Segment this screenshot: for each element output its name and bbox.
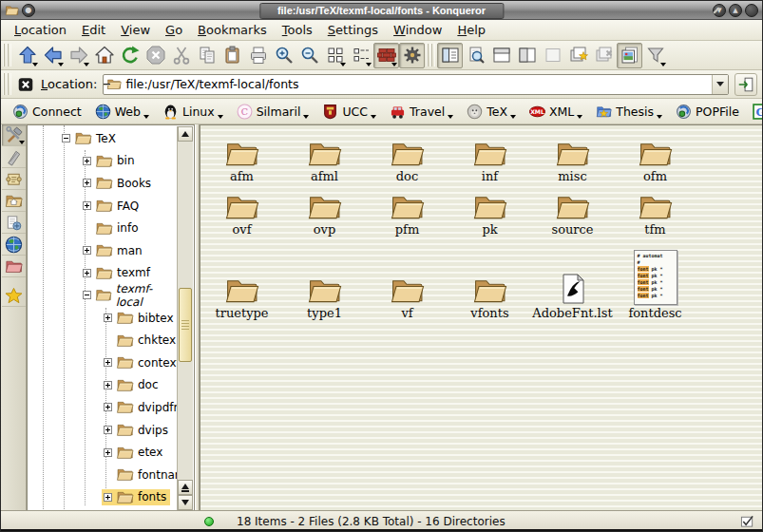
folder-truetype[interactable]: truetype: [200, 237, 283, 320]
tree-item-dvipdfm[interactable]: dvipdfm: [28, 396, 179, 419]
bookmark-silmaril[interactable]: CSilmaril: [237, 104, 310, 120]
back-button[interactable]: [40, 43, 66, 68]
bookmark-google[interactable]: GGoogle: [753, 104, 763, 120]
sidebar-button-network[interactable]: [2, 234, 26, 256]
tree-expander-plus-icon[interactable]: [83, 246, 91, 255]
menu-bookmarks[interactable]: Bookmarks: [190, 21, 275, 39]
tree-item-fonts[interactable]: fonts: [28, 486, 179, 509]
sidebar-button-bookmarks-quill[interactable]: [2, 146, 26, 168]
tree-item-dvips[interactable]: dvips: [28, 419, 179, 442]
bookmark-travel[interactable]: Travel: [390, 104, 453, 120]
clear-location-button[interactable]: [16, 75, 35, 94]
image-preview-button[interactable]: [617, 43, 642, 68]
tree-item-info[interactable]: info: [28, 217, 179, 239]
folder-tfm[interactable]: tfm: [614, 183, 696, 237]
stop-button[interactable]: [143, 43, 168, 68]
detail-view-button[interactable]: [348, 43, 373, 68]
tree-item-bin[interactable]: bin: [28, 150, 179, 173]
zoom-out-button[interactable]: [296, 43, 322, 68]
bookmark-thesis[interactable]: Thesis: [596, 104, 662, 120]
up-button[interactable]: [14, 43, 40, 68]
tree-expander-plus-icon[interactable]: [83, 157, 91, 165]
folder-pfm[interactable]: pfm: [366, 183, 448, 237]
tree-expander-minus-icon[interactable]: [83, 291, 91, 299]
bookmark-ucc[interactable]: UCC: [322, 104, 376, 120]
menu-view[interactable]: View: [113, 21, 158, 39]
folder-afml[interactable]: afml: [283, 130, 366, 183]
copy-button[interactable]: [194, 43, 219, 68]
folder-inf[interactable]: inf: [448, 130, 531, 183]
maximize-button[interactable]: ▲: [729, 4, 742, 17]
remove-view-button[interactable]: [540, 43, 565, 68]
folder-vfonts[interactable]: vfonts: [448, 237, 531, 320]
tree-expander-plus-icon[interactable]: [104, 493, 112, 502]
menu-go[interactable]: Go: [158, 21, 190, 39]
tree-item-chktex[interactable]: chktex: [28, 329, 179, 352]
new-tab-button[interactable]: [565, 43, 591, 68]
navigation-panel-button[interactable]: [437, 43, 463, 68]
tree-expander-plus-icon[interactable]: [104, 314, 112, 322]
menu-help[interactable]: Help: [449, 21, 493, 39]
folder-afm[interactable]: afm: [200, 130, 283, 183]
location-combobox[interactable]: file:/usr/TeX/texmf-local/fonts: [103, 74, 729, 95]
tree-item-man[interactable]: man: [28, 239, 179, 262]
tree-expander-plus-icon[interactable]: [83, 269, 91, 277]
bookmark-web[interactable]: Web: [95, 104, 149, 120]
filter-button[interactable]: [642, 43, 668, 68]
tree-item-context[interactable]: context: [28, 352, 179, 374]
paste-button[interactable]: [219, 43, 245, 68]
scroll-down-button[interactable]: [178, 495, 193, 510]
file-AdobeFnt.lst[interactable]: AdobeFnt.lst: [531, 237, 614, 320]
tree-item-texmf-local[interactable]: texmf-local: [28, 284, 179, 307]
tree-expander-plus-icon[interactable]: [104, 358, 112, 367]
file-fontdesc[interactable]: # automat#font pk *font pk *font pk *fon…: [614, 237, 696, 320]
icon-view-button[interactable]: [322, 43, 348, 68]
tree-item-Books[interactable]: Books: [28, 172, 179, 195]
icon-view[interactable]: afmafmldocinfmiscofmovfovppfmpksourcetfm…: [200, 124, 762, 512]
folder-pk[interactable]: pk: [448, 183, 531, 237]
tree-scrollbar[interactable]: [177, 126, 193, 510]
bookmark-connect[interactable]: Connect: [12, 104, 82, 120]
forward-button[interactable]: [66, 43, 91, 68]
titlebar[interactable]: ● file:/usr/TeX/texmf-local/fonts - Konq…: [1, 1, 762, 20]
tree-item-doc[interactable]: doc: [28, 374, 179, 397]
location-value[interactable]: file:/usr/TeX/texmf-local/fonts: [125, 77, 712, 91]
toolbar-grip[interactable]: [3, 44, 11, 66]
folder-ovp[interactable]: ovp: [283, 183, 366, 237]
split-view-left-right-button[interactable]: [514, 43, 540, 68]
tree-expander-plus-icon[interactable]: [104, 426, 112, 434]
find-file-button[interactable]: [463, 43, 488, 68]
tree-expander-plus-icon[interactable]: [104, 381, 112, 390]
run-gear-button[interactable]: [399, 43, 425, 68]
zoom-in-button[interactable]: [271, 43, 296, 68]
reload-button[interactable]: [117, 43, 143, 68]
tree-expander-plus-icon[interactable]: [83, 201, 91, 210]
menu-window[interactable]: Window: [386, 21, 449, 39]
sidebar-button-services[interactable]: [2, 212, 26, 234]
sidebar-button-history[interactable]: [2, 168, 26, 190]
folder-vf[interactable]: vf: [366, 237, 448, 320]
tree-expander-minus-icon[interactable]: [62, 134, 70, 142]
scroll-up-button-2[interactable]: [178, 480, 193, 495]
split-view-top-bottom-button[interactable]: [488, 43, 514, 68]
bookmark-linux[interactable]: Linux: [162, 104, 223, 120]
menu-tools[interactable]: Tools: [275, 21, 320, 39]
menu-settings[interactable]: Settings: [320, 21, 386, 39]
location-toolbar-grip[interactable]: [3, 73, 11, 95]
bookmark-popfile[interactable]: POPFile: [676, 104, 739, 120]
sticky-button[interactable]: ●: [22, 4, 35, 17]
folder-ofm[interactable]: ofm: [614, 130, 696, 183]
tree-expander-plus-icon[interactable]: [83, 179, 91, 187]
tree-expander-plus-icon[interactable]: [104, 403, 112, 411]
go-button[interactable]: [734, 73, 757, 96]
bookmark-xml[interactable]: XMLXML: [529, 104, 582, 120]
folder-doc[interactable]: doc: [366, 130, 448, 183]
folder-misc[interactable]: misc: [531, 130, 614, 183]
folder-source[interactable]: source: [531, 183, 614, 237]
scroll-thumb[interactable]: [179, 288, 192, 362]
menu-edit[interactable]: Edit: [74, 21, 113, 39]
menu-location[interactable]: Location: [7, 21, 74, 39]
sidebar-button-configure-panel[interactable]: [2, 124, 26, 146]
cut-button[interactable]: [168, 43, 194, 68]
tree-item-bibtex[interactable]: bibtex: [28, 307, 179, 330]
